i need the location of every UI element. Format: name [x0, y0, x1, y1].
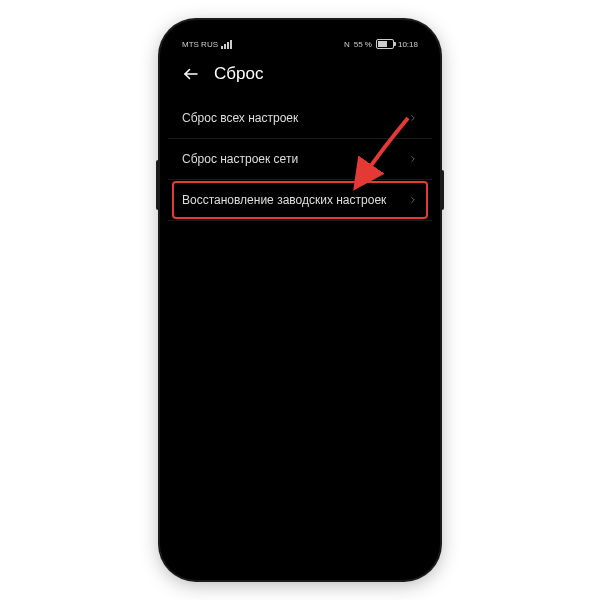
- signal-icon: [221, 40, 232, 49]
- factory-reset[interactable]: Восстановление заводских настроек: [168, 180, 432, 221]
- list-item-label: Сброс настроек сети: [182, 152, 298, 166]
- page-header: Сброс: [168, 54, 432, 98]
- battery-icon: [376, 39, 394, 49]
- reset-all-settings[interactable]: Сброс всех настроек: [168, 98, 432, 139]
- chevron-right-icon: [408, 113, 418, 123]
- reset-network-settings[interactable]: Сброс настроек сети: [168, 139, 432, 180]
- chevron-right-icon: [408, 195, 418, 205]
- list-item-label: Восстановление заводских настроек: [182, 193, 386, 207]
- nfc-icon: N: [344, 40, 350, 49]
- status-bar: MTS RUS N 55 % 10:18: [168, 30, 432, 54]
- status-right: N 55 % 10:18: [344, 39, 418, 49]
- back-icon[interactable]: [182, 65, 200, 83]
- carrier-label: MTS RUS: [182, 40, 218, 49]
- phone-frame: MTS RUS N 55 % 10:18 Сброс Сброс всех на…: [160, 20, 440, 580]
- page-title: Сброс: [214, 64, 263, 84]
- phone-screen: MTS RUS N 55 % 10:18 Сброс Сброс всех на…: [168, 30, 432, 570]
- clock: 10:18: [398, 40, 418, 49]
- chevron-right-icon: [408, 154, 418, 164]
- battery-percent: 55 %: [354, 40, 372, 49]
- list-item-label: Сброс всех настроек: [182, 111, 298, 125]
- status-left: MTS RUS: [182, 40, 232, 49]
